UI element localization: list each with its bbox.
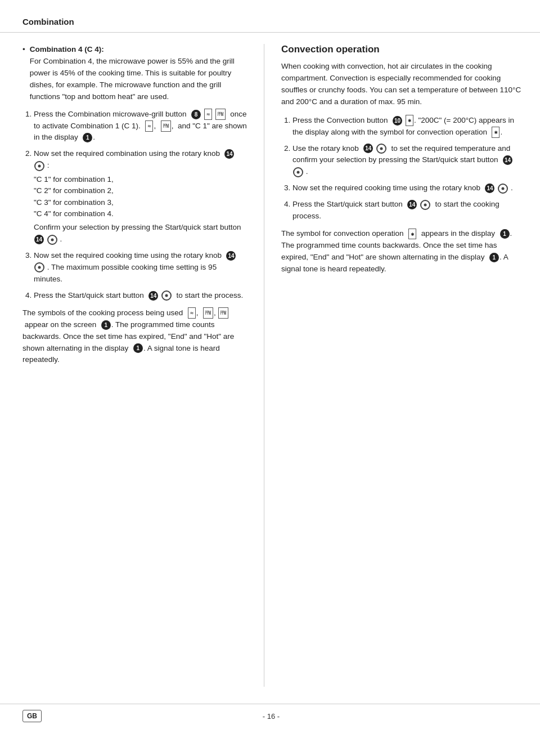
combination4-bullet: • Combination 4 (C 4): For Combination 4… — [22, 44, 247, 103]
icon-wave-sym: ㏙ — [215, 109, 226, 120]
icon-14-step2: 14 — [224, 149, 234, 159]
left-closing: The symbols of the cooking process being… — [22, 307, 247, 366]
icon-1-closing: 1 — [101, 320, 111, 330]
right-step-1: Press the Convection button 10 ✱. "200C"… — [292, 115, 523, 138]
right-step-3: Now set the required cooking time using … — [292, 182, 523, 194]
icon-conv-close: ✱ — [408, 229, 416, 240]
icon-1-rclose: 1 — [500, 229, 510, 239]
content-columns: • Combination 4 (C 4): For Combination 4… — [0, 44, 540, 687]
icon-c1-sym2: ㏙ — [161, 120, 171, 132]
combination-sublist: "C 1" for combination 1, "C 2" for combi… — [34, 174, 247, 220]
header-bar: Combination — [0, 17, 540, 33]
icon-8: 8 — [191, 110, 201, 119]
left-step-2: Now set the required combination using t… — [34, 148, 247, 245]
left-column: • Combination 4 (C 4): For Combination 4… — [0, 44, 264, 687]
sublist-item-c3: "C 3" for combination 3, — [34, 197, 247, 208]
icon-14-r3: 14 — [485, 184, 494, 193]
left-step-3: Now set the required cooking time using … — [34, 250, 247, 285]
combination4-text: For Combination 4, the microwave power i… — [30, 57, 235, 101]
right-closing: The symbol for convection operation ✱ ap… — [281, 228, 523, 275]
page-container: Combination • Combination 4 (C 4): For C… — [0, 0, 540, 756]
icon-14-r2: 14 — [363, 144, 373, 153]
sublist-item-c2: "C 2" for combination 2, — [34, 185, 247, 196]
right-step-2: Use the rotary knob 14 to set the requir… — [292, 143, 523, 178]
icon-close-sym3: ㏙ — [218, 307, 228, 319]
icon-close-sym2: ㏙ — [203, 307, 213, 319]
icon-10-r1: 10 — [393, 116, 402, 126]
icon-close-sym1: ≈ — [188, 307, 196, 319]
icon-14-step4: 14 — [148, 291, 158, 301]
icon-14-r4: 14 — [407, 200, 417, 209]
footer-page: - 16 - — [263, 712, 280, 721]
icon-1-step1: 1 — [83, 133, 92, 142]
left-step-4: Press the Start/quick start button 14 to… — [34, 290, 247, 302]
footer: GB - 16 - — [0, 704, 540, 722]
right-step-4: Press the Start/quick start button 14 to… — [292, 199, 523, 222]
icon-14-step3: 14 — [226, 251, 236, 261]
footer-country: GB — [22, 710, 42, 722]
icon-rotary-step2b — [47, 235, 57, 245]
right-intro: When cooking with convection, hot air ci… — [281, 61, 523, 108]
icon-14-step2b: 14 — [34, 235, 44, 244]
icon-rotary-r4 — [420, 200, 430, 210]
icon-rotary-step3 — [34, 262, 44, 272]
bullet-dot: • — [22, 45, 25, 53]
combination4-label: Combination 4 (C 4): — [30, 45, 104, 53]
right-column: Convection operation When cooking with c… — [264, 44, 540, 687]
icon-rotary-step4 — [161, 290, 172, 301]
icon-conv-r1: ✱ — [406, 115, 413, 126]
left-step-1: Press the Combination microwave-grill bu… — [34, 109, 247, 144]
right-section-title: Convection operation — [281, 44, 523, 55]
icon-grill-sym: ≈ — [204, 109, 212, 120]
icon-1-closing2: 1 — [133, 343, 143, 353]
icon-conv-sym-r1: ✱ — [492, 127, 500, 138]
left-steps-list: Press the Combination microwave-grill bu… — [22, 109, 247, 302]
sublist-item-c4: "C 4" for combination 4. — [34, 208, 247, 220]
icon-rotary-r2b — [293, 167, 303, 177]
sublist-item-c1: "C 1" for combination 1, — [34, 174, 247, 185]
header-title: Combination — [22, 17, 74, 26]
combination4-content: Combination 4 (C 4): For Combination 4, … — [30, 44, 247, 103]
icon-c1-sym1: ≈ — [145, 120, 153, 132]
icon-14-r2b: 14 — [503, 155, 512, 165]
icon-rotary-r2 — [376, 144, 386, 154]
icon-1-rclose2: 1 — [489, 253, 499, 262]
right-steps-list: Press the Convection button 10 ✱. "200C"… — [281, 115, 523, 222]
icon-rotary-step2 — [34, 161, 44, 171]
icon-rotary-r3 — [498, 184, 508, 194]
